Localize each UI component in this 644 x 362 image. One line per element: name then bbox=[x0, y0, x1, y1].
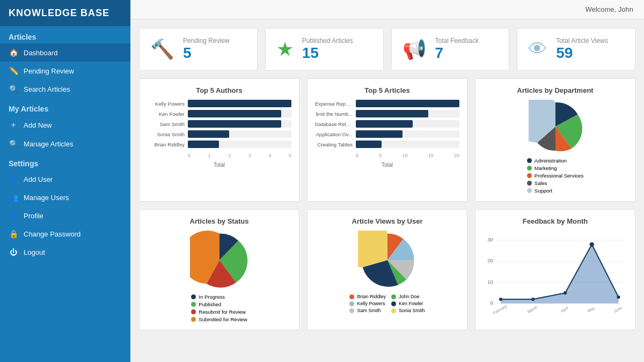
user-pie-chart bbox=[358, 231, 417, 290]
bar-axis: 05101520 bbox=[315, 153, 459, 158]
chart-row-2: Articles by Status bbox=[139, 209, 635, 330]
add-user-icon: 👤 bbox=[9, 175, 18, 183]
pending-review-label: Pending Review bbox=[183, 37, 230, 45]
bar-label: Database Rela... bbox=[315, 121, 353, 127]
bar-fill bbox=[188, 141, 219, 148]
bar-container bbox=[188, 141, 291, 148]
bar-fill bbox=[188, 130, 229, 138]
sidebar-item-manage-articles[interactable]: 🔍 Manage Articles bbox=[0, 135, 130, 153]
sidebar-item-search-articles[interactable]: 🔍 Search Articles bbox=[0, 80, 130, 98]
sidebar-label-manage-articles: Manage Articles bbox=[24, 140, 74, 148]
articles-by-status-title: Articles by Status bbox=[147, 217, 291, 225]
welcome-message: Welcome, John bbox=[586, 5, 633, 13]
bar-label: Application Ov... bbox=[315, 131, 353, 137]
top-authors-chart: Kelly Powers Ken Fowler Sam Smith bbox=[147, 100, 291, 168]
sidebar-label-search-articles: Search Articles bbox=[24, 85, 70, 93]
bar-row-ken: Ken Fowler bbox=[147, 110, 291, 117]
svg-text:June: June bbox=[613, 305, 623, 314]
articles-by-dept-card: Articles by Department bbox=[475, 78, 635, 202]
svg-point-18 bbox=[617, 295, 620, 299]
bar-row-creating: Creating Tables bbox=[315, 141, 459, 148]
status-legend: In Progress Published Resubmit for Revie… bbox=[191, 294, 247, 322]
top-authors-title: Top 5 Authors bbox=[147, 86, 291, 94]
section-label-articles: Articles bbox=[0, 26, 130, 43]
feedback-by-month-card: Feedback by Month 30 20 10 0 bbox=[475, 209, 635, 330]
sidebar-item-profile[interactable]: 👤 Profile bbox=[0, 206, 130, 225]
legend-item-sales: Sales bbox=[527, 180, 583, 186]
bar-container bbox=[356, 130, 459, 138]
bar-fill bbox=[188, 120, 281, 128]
svg-point-14 bbox=[499, 298, 502, 301]
search-articles-icon: 🔍 bbox=[9, 85, 18, 93]
bar-row-brian: Brian Riddley bbox=[147, 141, 291, 148]
status-pie-chart bbox=[190, 231, 249, 290]
sidebar: KNOWLEDGE BASE Articles 🏠 Dashboard ✏️ P… bbox=[0, 0, 130, 362]
manage-users-icon: 👥 bbox=[9, 193, 18, 202]
dashboard-icon: 🏠 bbox=[9, 48, 18, 57]
sidebar-label-logout: Logout bbox=[24, 248, 45, 256]
sidebar-item-manage-users[interactable]: 👥 Manage Users bbox=[0, 188, 130, 206]
status-pie-container: In Progress Published Resubmit for Revie… bbox=[147, 231, 291, 322]
bar-fill bbox=[356, 100, 459, 107]
articles-by-status-card: Articles by Status bbox=[139, 209, 299, 330]
svg-text:0: 0 bbox=[490, 300, 493, 306]
app-title: KNOWLEDGE BASE bbox=[0, 0, 130, 26]
top-articles-title: Top 5 Articles bbox=[315, 86, 459, 94]
sidebar-item-pending-review[interactable]: ✏️ Pending Review bbox=[0, 62, 130, 80]
svg-text:February: February bbox=[492, 304, 508, 315]
legend-item-marketing: Marketing bbox=[527, 165, 583, 171]
sidebar-label-add-user: Add User bbox=[24, 175, 53, 183]
hammer-icon: 🔨 bbox=[150, 38, 174, 61]
svg-text:April: April bbox=[560, 305, 569, 313]
feedback-by-month-title: Feedback by Month bbox=[483, 217, 627, 225]
bar-row-sonia: Sonia Smith bbox=[147, 130, 291, 138]
sidebar-item-add-user[interactable]: 👤 Add User bbox=[0, 170, 130, 188]
pending-review-icon: ✏️ bbox=[9, 67, 18, 75]
bar-label: Expense Repo... bbox=[315, 101, 353, 107]
feedback-svg: 30 20 10 0 February March April May bbox=[483, 231, 627, 316]
sidebar-item-change-password[interactable]: 🔒 Change Password bbox=[0, 225, 130, 243]
dept-legend: Administration Marketing Professional Se… bbox=[527, 158, 583, 194]
svg-point-16 bbox=[564, 291, 567, 294]
top-articles-card: Top 5 Articles Expense Repo... limit the… bbox=[307, 78, 467, 202]
section-label-settings: Settings bbox=[0, 153, 130, 170]
pending-review-value: 5 bbox=[183, 45, 230, 62]
manage-articles-icon: 🔍 bbox=[9, 139, 18, 148]
sidebar-label-profile: Profile bbox=[24, 212, 43, 220]
bar-container bbox=[188, 120, 291, 128]
bar-row-database: Database Rela... bbox=[315, 120, 459, 128]
sidebar-label-add-new: Add New bbox=[24, 121, 52, 129]
add-new-icon: ＋ bbox=[9, 120, 18, 130]
feedback-line-chart: 30 20 10 0 February March April May bbox=[483, 231, 627, 318]
views-value: 59 bbox=[556, 45, 608, 62]
published-value: 15 bbox=[302, 45, 353, 62]
sidebar-item-logout[interactable]: ⏻ Logout bbox=[0, 243, 130, 261]
bar-row-app: Application Ov... bbox=[315, 130, 459, 138]
sidebar-item-add-new[interactable]: ＋ Add New bbox=[0, 115, 130, 135]
sidebar-section-settings: Settings 👤 Add User 👥 Manage Users 👤 Pro… bbox=[0, 153, 130, 261]
views-by-user-title: Article Views by User bbox=[315, 217, 459, 225]
bar-container bbox=[188, 130, 291, 138]
main-content: Welcome, John 🔨 Pending Review 5 ★ Publi… bbox=[130, 0, 644, 362]
legend-item-published: Published bbox=[191, 301, 247, 307]
sidebar-item-dashboard[interactable]: 🏠 Dashboard bbox=[0, 43, 130, 62]
bar-label: Sonia Smith bbox=[147, 131, 185, 137]
bar-fill bbox=[356, 141, 382, 148]
axis-label: Total bbox=[315, 162, 459, 168]
views-by-user-card: Article Views by User bbox=[307, 209, 467, 330]
bar-row-expense: Expense Repo... bbox=[315, 100, 459, 107]
top-authors-card: Top 5 Authors Kelly Powers Ken Fowler bbox=[139, 78, 299, 202]
topbar: Welcome, John bbox=[130, 0, 644, 19]
legend-item-resubmit: Resubmit for Review bbox=[191, 309, 247, 315]
bar-label: Ken Fowler bbox=[147, 111, 185, 117]
bar-container bbox=[188, 100, 291, 107]
bar-fill bbox=[356, 130, 402, 138]
svg-text:30: 30 bbox=[487, 237, 493, 242]
sidebar-section-articles: Articles 🏠 Dashboard ✏️ Pending Review 🔍… bbox=[0, 26, 130, 98]
svg-marker-13 bbox=[501, 245, 618, 304]
bar-fill bbox=[188, 100, 291, 107]
svg-point-15 bbox=[531, 298, 535, 301]
star-icon: ★ bbox=[276, 38, 294, 61]
chart-row-1: Top 5 Authors Kelly Powers Ken Fowler bbox=[139, 78, 635, 202]
bar-axis: 012345 bbox=[147, 153, 291, 158]
